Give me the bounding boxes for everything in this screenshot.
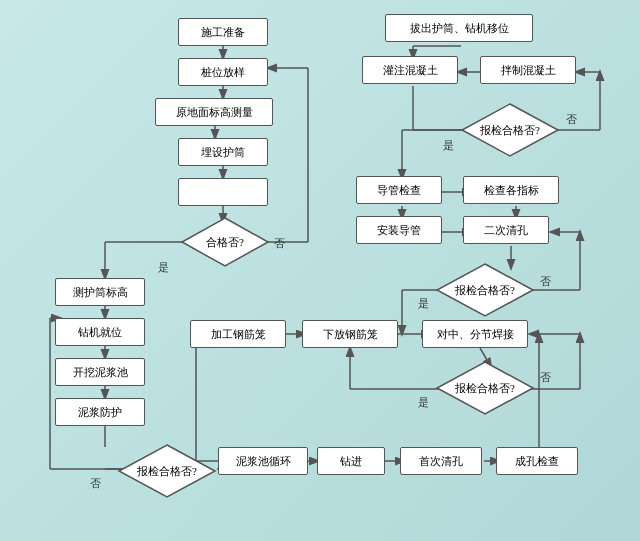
box-shigong-zhunbei: 施工准备 <box>178 18 268 46</box>
box-nijiang-xunhuan: 泥浆池循环 <box>218 447 308 475</box>
box-kaiwajiangjichi: 开挖泥浆池 <box>55 358 145 386</box>
box-zuanjin: 钻进 <box>317 447 385 475</box>
box-erci-qingkong: 二次清孔 <box>463 216 549 244</box>
box-chengkongjianzha: 成孔检查 <box>496 447 578 475</box>
flowchart: 施工准备 桩位放样 原地面标高测量 埋设护筒 合格否? 是 否 测护筒标高 钻机… <box>0 0 640 541</box>
box-guanzhu: 灌注混凝土 <box>362 56 458 84</box>
box-ce-huguan: 测护筒标高 <box>55 278 145 306</box>
hege5-no-label: 否 <box>540 274 551 289</box>
hege2-no-label: 否 <box>90 476 101 491</box>
diamond-hege-2: 报检合格否? <box>117 443 217 499</box>
hege5-yes-label: 是 <box>418 296 429 311</box>
hege4-no-label: 否 <box>566 112 577 127</box>
box-shouciqingkong: 首次清孔 <box>400 447 482 475</box>
box-duizhong-fenjie: 对中、分节焊接 <box>422 320 528 348</box>
diamond-hege-5: 报检合格否? <box>435 262 535 318</box>
box-daoguan-jianzha: 导管检查 <box>356 176 442 204</box>
box-jiagong-gangpenlong: 加工钢筋笼 <box>190 320 286 348</box>
box-zhuanjizhencha <box>178 178 268 206</box>
box-zhuangwei-yangban: 桩位放样 <box>178 58 268 86</box>
box-anzhuang-daoguan: 安装导管 <box>356 216 442 244</box>
hege1-yes-label: 是 <box>158 260 169 275</box>
box-mai-huguan: 埋设护筒 <box>178 138 268 166</box>
hege1-no-label: 否 <box>274 236 285 251</box>
hege4-yes-label: 是 <box>443 138 454 153</box>
box-nijiangfanghu: 泥浆防护 <box>55 398 145 426</box>
box-zuanji-jiuwei: 钻机就位 <box>55 318 145 346</box>
diamond-hege-3: 报检合格否? <box>435 360 535 416</box>
box-xiafang-gangpenlong: 下放钢筋笼 <box>302 320 398 348</box>
hege3-yes-label: 是 <box>418 395 429 410</box>
box-yuandi-biaoao: 原地面标高测量 <box>155 98 273 126</box>
hege3-no-label: 否 <box>540 370 551 385</box>
diamond-hege-4: 报检合格否? <box>460 102 560 158</box>
diamond-hege-1: 合格否? <box>180 216 270 268</box>
box-ba-huguan: 拔出护筒、钻机移位 <box>385 14 533 42</box>
box-jiancha-gezhizhibiao: 检查各指标 <box>463 176 559 204</box>
box-panzhi: 拌制混凝土 <box>480 56 576 84</box>
